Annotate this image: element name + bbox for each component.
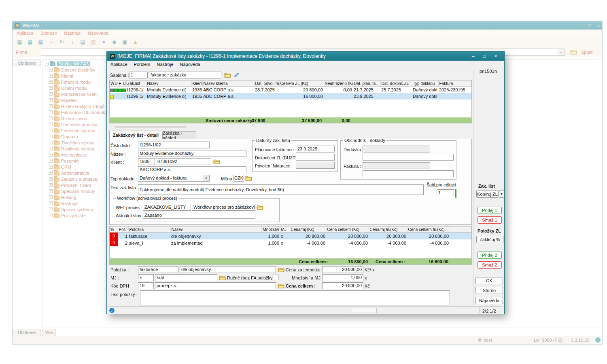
dropdown-arrow-icon[interactable]: ▼ [203, 175, 209, 181]
open-folder-icon[interactable] [570, 49, 577, 55]
mnozstvi-input[interactable]: 1,000 [322, 274, 363, 281]
toolbar-icon[interactable]: ◆ [110, 38, 118, 46]
expander-icon[interactable] [49, 104, 53, 108]
toolbar-icon[interactable]: ▦ [37, 38, 45, 46]
open-folder-icon[interactable] [278, 267, 284, 272]
sablona-name-input[interactable]: fakturace zakázky [149, 72, 221, 78]
expander-icon[interactable] [49, 183, 53, 187]
storno-button[interactable]: Storno [475, 287, 503, 294]
kopiruj-zl-dropdown-button[interactable]: ▼ [499, 190, 504, 198]
expander-icon[interactable] [49, 86, 53, 90]
ok-button[interactable]: OK [475, 277, 503, 284]
faktura-input-1[interactable] [363, 162, 430, 169]
text-zaklistu-input[interactable]: Fakturujeme dle nabídky modulů Evidence … [138, 184, 424, 195]
col-klient[interactable]: Klient [191, 80, 202, 87]
info-icon[interactable]: i [109, 308, 115, 313]
edit-pencil-icon[interactable] [234, 72, 240, 78]
splitter-handle[interactable] [115, 127, 186, 127]
toolbar-icon[interactable]: ▤ [79, 38, 87, 46]
tab-oblibene[interactable]: Oblíbené [13, 329, 41, 336]
kod-dph-name-input[interactable]: prodej z.s. [155, 282, 276, 289]
expander-icon[interactable] [49, 201, 53, 205]
maximize-button[interactable]: □ [479, 53, 490, 60]
rucne-checkbox[interactable] [273, 275, 278, 280]
typ-dokladu-select[interactable]: Daňový doklad - faktura ▼ [138, 175, 210, 182]
open-folder-icon[interactable] [224, 72, 231, 78]
col-cena-celkem-fir[interactable]: Cena celkem fir.(Kč) [407, 226, 450, 233]
green-handle[interactable] [455, 189, 456, 198]
open-folder-icon[interactable] [219, 275, 226, 280]
expander-icon[interactable] [49, 189, 53, 193]
pridej-2-button[interactable]: Přidej 2 [478, 252, 502, 259]
expander-icon[interactable] [49, 129, 53, 132]
expander-icon[interactable] [49, 68, 53, 72]
sabl-pro-editaci-input[interactable]: 1 [437, 189, 454, 196]
expander-icon[interactable] [49, 80, 53, 84]
expander-icon[interactable] [49, 214, 53, 217]
toolbar-icon[interactable]: ↕ [68, 38, 76, 46]
col-nazev[interactable]: Název [170, 226, 261, 233]
toolbar-icon[interactable]: ▥ [89, 38, 97, 46]
mj-code-input[interactable]: x [138, 274, 154, 281]
minimize-icon[interactable]: – [579, 23, 582, 28]
expander-icon[interactable] [49, 135, 53, 138]
polozka-name-input[interactable]: dle objednávky [180, 266, 276, 273]
toolbar-icon[interactable]: ● [100, 38, 108, 46]
col-nazev-klienta[interactable]: Název klienta [202, 80, 254, 87]
napoveda-button[interactable]: Nápověda [475, 297, 503, 304]
menu-item[interactable]: Zobrazit [41, 31, 57, 36]
order-row-selected[interactable]: I1296-1/ Moduly Evidence d( 1935 ABC COR… [110, 93, 471, 99]
toolbar-icon[interactable]: ← [47, 38, 55, 46]
col-por[interactable]: Poř. [118, 226, 128, 233]
col-typ[interactable]: Typ dokladu [412, 80, 438, 87]
aktualni-stav-input[interactable]: Zapsáno [143, 212, 255, 219]
sablona-number-input[interactable]: 1 [129, 72, 148, 78]
col-dat-plan[interactable]: Dat. plán. fa. [353, 80, 380, 87]
tab-vse[interactable]: Vše [42, 329, 56, 336]
open-folder-icon[interactable] [278, 283, 284, 288]
expander-icon[interactable] [49, 153, 53, 157]
polozka-code-input[interactable]: fakturace [138, 266, 178, 273]
col-celkem[interactable]: Celkem ZL (Kč) [279, 80, 324, 87]
order-row[interactable]: I1296-1/ Moduly Evidence d( 1935 ABC COR… [110, 87, 471, 93]
col-polozka[interactable]: Položka [128, 226, 170, 233]
expander-icon[interactable] [49, 116, 53, 120]
open-folder-icon[interactable] [245, 176, 252, 181]
menu-item[interactable]: Nástroje [64, 31, 81, 36]
col-mnozstvi[interactable]: Množství [261, 226, 280, 233]
povoleni-input[interactable] [296, 162, 335, 169]
main-titlebar[interactable]: W WinFAS – □ × [13, 21, 602, 30]
col-pct[interactable]: % [110, 226, 118, 233]
cislo-listu-input[interactable]: I1296-1/02 [138, 142, 210, 148]
col-nazev[interactable]: Název [146, 80, 191, 87]
item-row[interactable]: 0 2 sleva_I za implementaci 1,000 x -4 0… [110, 239, 471, 246]
toolbar-icon[interactable]: ▲ [132, 38, 139, 46]
expander-icon[interactable] [49, 110, 53, 114]
expander-icon[interactable] [49, 74, 53, 78]
col-neuhrazeno[interactable]: Neuhrazeno (Kč) [324, 80, 353, 87]
expander-icon[interactable] [49, 171, 53, 175]
menu-item[interactable]: Nástroje [157, 62, 174, 67]
tab-nahled[interactable]: Zakázka - náhled [162, 131, 196, 139]
dokonceni-input[interactable] [296, 154, 335, 161]
dodavka-input-2[interactable] [363, 154, 454, 161]
item-row-selected[interactable]: 0 1 fakturace dle objednávky 1,000 x 20 … [110, 233, 471, 240]
expander-icon[interactable] [49, 177, 53, 181]
expander-icon[interactable] [49, 195, 53, 199]
faktura-input-2[interactable] [363, 170, 454, 177]
col-cena-celkem[interactable]: Cena celkem (Kč) [326, 226, 369, 233]
expander-icon[interactable] [49, 92, 53, 96]
col-cena-mj[interactable]: Cena/mj (Kč) [290, 226, 326, 233]
favorites-header[interactable]: Oblíbené [13, 59, 41, 66]
menu-item[interactable]: Pořízení [134, 62, 151, 67]
cena-za-jednotku-input[interactable]: 20 800,00 [322, 266, 363, 273]
toolbar-icon[interactable]: ▣ [121, 38, 129, 46]
menu-item[interactable]: Aplikace [17, 31, 34, 36]
col-cena-mj-fir[interactable]: Cena/mj fir.(Kč) [369, 226, 407, 233]
toolbar-icon[interactable]: ▦ [26, 38, 34, 46]
dialog-titlebar[interactable]: W [MOJE_FIRMA] Zakázkové listy zakázky -… [107, 52, 504, 61]
klient-name-input[interactable]: ABC CORP a.s. [138, 166, 246, 173]
kopiruj-zl-button[interactable]: Kopíruj ZL [476, 190, 499, 198]
col-zaklist[interactable]: Zak.list [126, 80, 146, 87]
wfl-name-input[interactable]: Workflow proces pro zakázkov( [192, 204, 255, 211]
